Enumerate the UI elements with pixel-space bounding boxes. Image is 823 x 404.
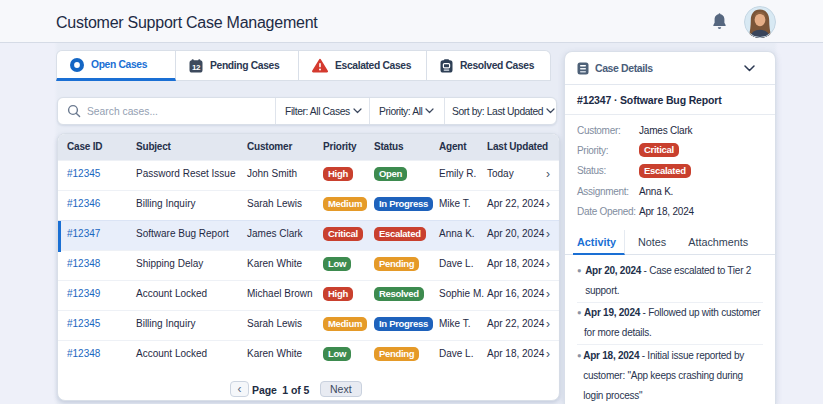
svg-text:12: 12 xyxy=(192,62,201,71)
